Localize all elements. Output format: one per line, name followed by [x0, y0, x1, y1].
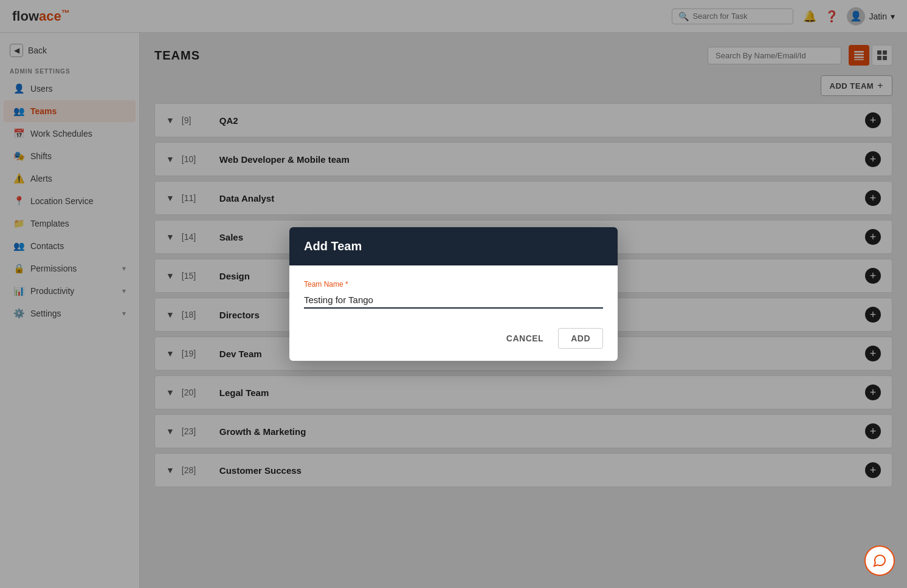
team-name-label: Team Name *	[304, 280, 603, 289]
cancel-button[interactable]: CANCEL	[499, 328, 551, 349]
modal-footer: CANCEL ADD	[289, 318, 618, 361]
add-button[interactable]: ADD	[558, 328, 603, 349]
modal-header: Add Team	[289, 227, 618, 265]
modal-body: Team Name *	[289, 265, 618, 318]
add-team-modal: Add Team Team Name * CANCEL ADD	[289, 227, 618, 361]
chat-fab-button[interactable]	[864, 545, 895, 576]
modal-overlay: Add Team Team Name * CANCEL ADD	[0, 0, 907, 588]
team-name-input[interactable]	[304, 292, 603, 309]
modal-title: Add Team	[304, 239, 362, 253]
